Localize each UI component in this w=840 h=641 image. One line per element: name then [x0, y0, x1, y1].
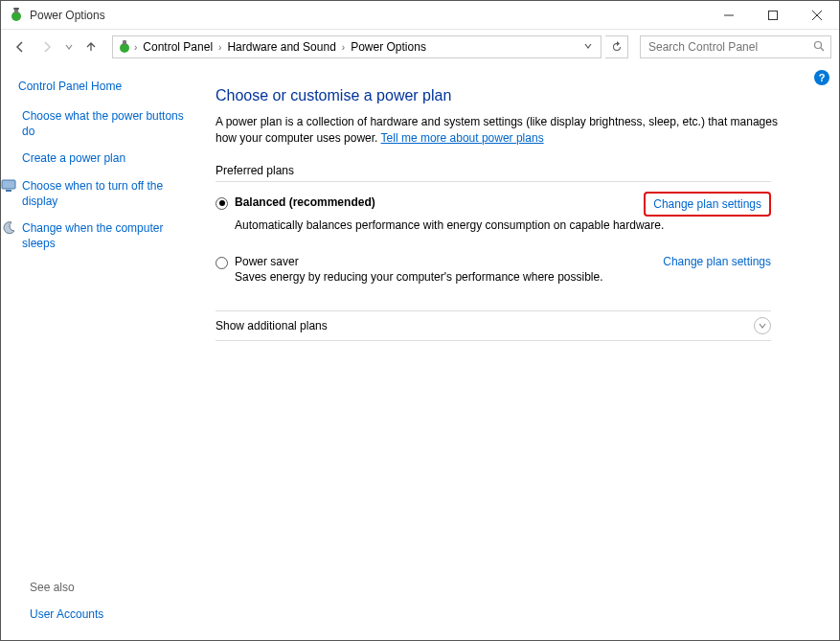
show-additional-plans[interactable]: Show additional plans: [216, 310, 771, 341]
svg-rect-4: [769, 11, 778, 19]
moon-icon: [1, 220, 16, 236]
svg-rect-11: [2, 180, 15, 189]
plan-desc-power-saver: Saves energy by reducing your computer's…: [235, 270, 771, 284]
search-icon[interactable]: [813, 40, 825, 55]
task-turn-off-display: Choose when to turn off the display: [18, 178, 193, 209]
change-plan-settings-balanced[interactable]: Change plan settings: [644, 192, 771, 217]
plan-balanced: Balanced (recommended) Change plan setti…: [216, 195, 771, 232]
monitor-icon: [1, 178, 16, 194]
chevron-down-icon[interactable]: [754, 317, 771, 334]
plan-name-power-saver[interactable]: Power saver: [235, 255, 299, 268]
titlebar: Power Options: [1, 1, 839, 30]
content-area: Control Panel Home Choose what the power…: [1, 64, 839, 640]
forward-button[interactable]: [35, 35, 58, 58]
task-link-computer-sleeps[interactable]: Change when the computer sleeps: [22, 220, 193, 251]
task-power-buttons: Choose what the power buttons do: [18, 108, 193, 139]
task-link-create-plan[interactable]: Create a power plan: [22, 150, 125, 166]
page-description: A power plan is a collection of hardware…: [216, 114, 801, 147]
chevron-right-icon: ›: [218, 42, 221, 53]
search-box[interactable]: [640, 35, 831, 58]
chevron-right-icon: ›: [342, 42, 345, 53]
up-button[interactable]: [79, 35, 102, 58]
breadcrumb-power-options[interactable]: Power Options: [347, 40, 430, 54]
show-additional-label: Show additional plans: [216, 319, 328, 332]
more-about-power-plans-link[interactable]: Tell me more about power plans: [381, 131, 544, 145]
page-title: Choose or customise a power plan: [216, 87, 801, 104]
search-input[interactable]: [647, 39, 813, 55]
minimize-button[interactable]: [707, 1, 751, 30]
task-create-plan: Create a power plan: [18, 150, 193, 166]
control-panel-home-link[interactable]: Control Panel Home: [18, 80, 193, 93]
recent-locations-dropdown[interactable]: [62, 35, 76, 58]
chevron-right-icon: ›: [134, 42, 137, 53]
address-bar[interactable]: › Control Panel › Hardware and Sound › P…: [112, 35, 602, 58]
svg-point-9: [815, 41, 822, 48]
back-button[interactable]: [9, 35, 32, 58]
help-icon[interactable]: ?: [814, 70, 829, 85]
svg-rect-8: [123, 40, 126, 45]
power-options-icon: [9, 8, 24, 23]
svg-rect-2: [13, 8, 19, 10]
navbar: › Control Panel › Hardware and Sound › P…: [1, 30, 839, 64]
breadcrumb-control-panel[interactable]: Control Panel: [139, 40, 216, 54]
see-also-label: See also: [30, 581, 75, 594]
maximize-button[interactable]: [751, 1, 795, 30]
plan-power-saver: Power saver Change plan settings Saves e…: [216, 255, 771, 284]
user-accounts-link[interactable]: User Accounts: [30, 607, 103, 621]
see-also-user-accounts: User Accounts: [30, 607, 103, 621]
radio-power-saver[interactable]: [216, 257, 228, 269]
svg-rect-12: [6, 190, 11, 192]
preferred-plans-header: Preferred plans: [216, 164, 771, 182]
plan-name-balanced[interactable]: Balanced (recommended): [235, 195, 375, 209]
change-plan-settings-power-saver[interactable]: Change plan settings: [663, 255, 771, 268]
address-dropdown[interactable]: [579, 40, 597, 54]
task-link-turn-off-display[interactable]: Choose when to turn off the display: [22, 178, 193, 209]
task-computer-sleeps: Change when the computer sleeps: [18, 220, 193, 251]
refresh-button[interactable]: [605, 35, 628, 58]
radio-balanced[interactable]: [216, 197, 228, 210]
close-button[interactable]: [795, 1, 839, 30]
svg-line-10: [821, 48, 824, 51]
breadcrumb-hardware-sound[interactable]: Hardware and Sound: [223, 40, 339, 54]
main-panel: ? Choose or customise a power plan A pow…: [202, 64, 839, 640]
task-link-power-buttons[interactable]: Choose what the power buttons do: [22, 108, 193, 139]
sidebar: Control Panel Home Choose what the power…: [1, 64, 202, 640]
power-options-icon: [117, 39, 132, 55]
window-title: Power Options: [30, 9, 105, 22]
plan-desc-balanced: Automatically balances performance with …: [235, 218, 771, 232]
